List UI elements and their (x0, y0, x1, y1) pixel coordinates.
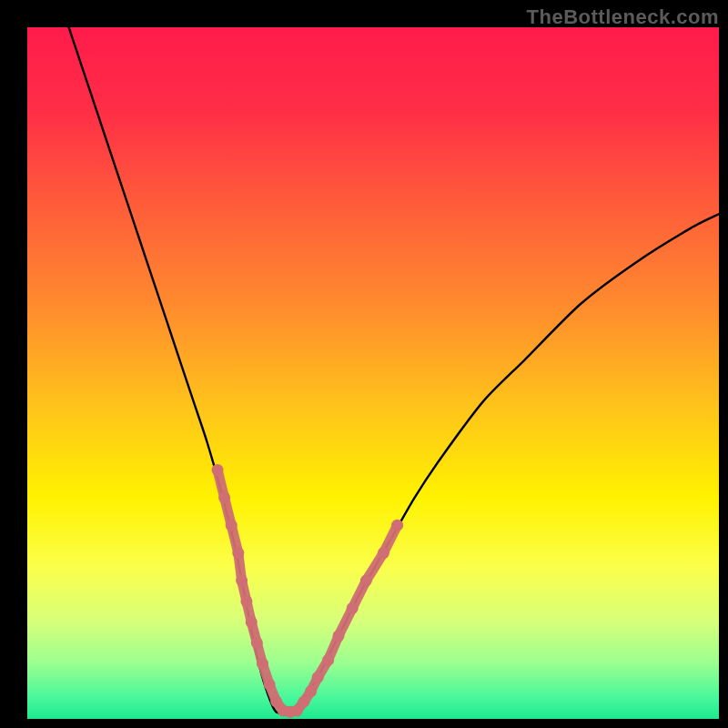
marker-dot (226, 520, 238, 531)
marker-dot (347, 602, 359, 614)
marker-dot (257, 658, 268, 670)
plot-svg (27, 27, 719, 719)
marker-dot (236, 575, 248, 587)
marker-dot (333, 630, 345, 642)
marker-dot (305, 685, 317, 697)
marker-dot (218, 491, 230, 503)
marker-dot (378, 547, 389, 559)
marker-dot (391, 520, 403, 531)
marker-dot (232, 547, 244, 559)
marker-dot (360, 575, 372, 587)
marker-dot (246, 616, 258, 628)
watermark-text: TheBottleneck.com (527, 5, 719, 29)
marker-dot (298, 696, 310, 708)
marker-dot (312, 672, 324, 683)
plot-area (27, 27, 719, 719)
marker-dot (264, 679, 276, 691)
marker-dot (322, 654, 334, 666)
chart-canvas: TheBottleneck.com (0, 0, 728, 728)
gradient-background (27, 27, 719, 719)
marker-dot (251, 637, 263, 649)
marker-dot (212, 464, 224, 476)
marker-dot (240, 595, 252, 607)
